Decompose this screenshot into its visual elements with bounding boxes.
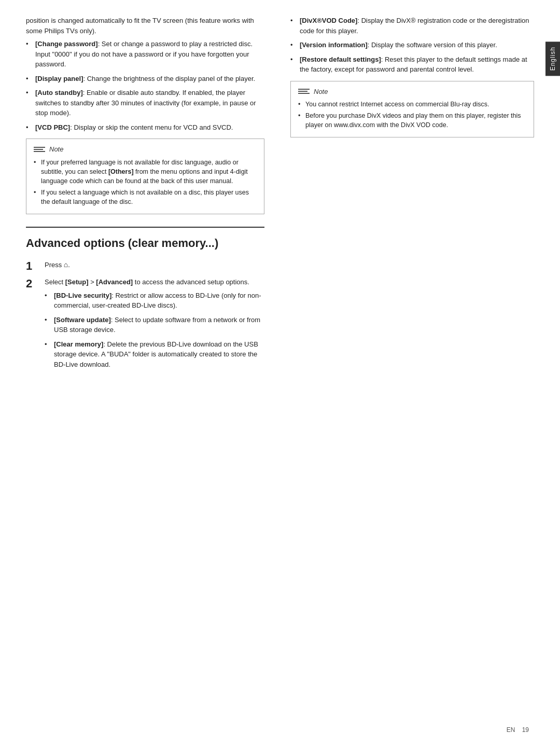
bullet-bold-2: [Auto standby]	[35, 89, 83, 96]
right-column: [DivX®VOD Code]: Display the DivX® regis…	[280, 16, 534, 726]
note-list-item: Before you purchase DivX videos and play…	[298, 111, 526, 130]
bullet-bold-0: [Change password]	[35, 40, 98, 48]
note-label-right: Note	[314, 87, 328, 97]
sub-bold-0: [BD-Live security]	[54, 292, 111, 299]
list-item: [Version information]: Display the softw…	[290, 40, 534, 50]
bullet-bold-3: [VCD PBC]	[35, 123, 70, 131]
note-list-item: You cannot restrict Internet access on c…	[298, 100, 526, 109]
list-item: [Auto standby]: Enable or disable auto s…	[26, 88, 264, 118]
bullet-text-3: : Display or skip the content menu for V…	[70, 123, 233, 131]
list-item: [DivX®VOD Code]: Display the DivX® regis…	[290, 16, 534, 36]
note-icon-right	[298, 89, 310, 94]
note-list-item: If your preferred language is not availa…	[34, 158, 257, 186]
sub-list-item: [Clear memory]: Delete the previous BD-L…	[45, 339, 264, 370]
list-item: [Restore default settings]: Reset this p…	[290, 54, 534, 75]
sub-bold-1: [Software update]	[54, 316, 111, 324]
bullet-text-1: : Change the brightness of the display p…	[83, 75, 255, 82]
sub-list-item: [Software update]: Select to update soft…	[45, 315, 264, 335]
note-icon-line3	[298, 93, 310, 94]
note-box-right: Note You cannot restrict Internet access…	[290, 81, 534, 138]
note-icon-line3	[34, 151, 45, 152]
left-column: position is changed automatically to fit…	[26, 16, 280, 726]
steps-list: 1 Press ⌂. 2 Select [Setup] > [Advanced]…	[26, 259, 264, 374]
section-title: Advanced options (clear memory...)	[26, 236, 264, 251]
note-icon-left	[34, 147, 45, 152]
list-item: [Change password]: Set or change a passw…	[26, 39, 264, 70]
right-bullet-list: [DivX®VOD Code]: Display the DivX® regis…	[290, 16, 534, 75]
list-item: [VCD PBC]: Display or skip the content m…	[26, 122, 264, 133]
step-1-content: Press ⌂.	[45, 259, 264, 270]
step-num-1: 1	[26, 259, 45, 273]
step-1-text: Press	[45, 261, 62, 269]
side-tab-english: English	[545, 42, 560, 76]
step-2-content: Select [Setup] > [Advanced] to access th…	[45, 277, 264, 374]
step-1: 1 Press ⌂.	[26, 259, 264, 273]
bullet-bold-1: [Display panel]	[35, 75, 83, 82]
page-footer: EN 19	[507, 725, 529, 735]
note-header-right: Note	[298, 87, 526, 97]
list-item: [Display panel]: Change the brightness o…	[26, 74, 264, 84]
side-tab-label: English	[548, 47, 557, 71]
page: English position is changed automaticall…	[0, 0, 560, 747]
page-num: 19	[522, 726, 529, 734]
sub-list-item: [BD-Live security]: Restrict or allow ac…	[45, 290, 264, 311]
note-icon-line1	[298, 89, 310, 90]
step-num-2: 2	[26, 277, 45, 290]
step-2: 2 Select [Setup] > [Advanced] to access …	[26, 277, 264, 374]
content-area: position is changed automatically to fit…	[0, 0, 560, 747]
note-icon-line1	[34, 147, 45, 148]
right-bullet-bold-2: [Restore default settings]	[300, 56, 381, 63]
note-box-left: Note If your preferred language is not a…	[26, 139, 264, 214]
note-list-left: If your preferred language is not availa…	[34, 158, 257, 207]
note-icon-line2	[298, 91, 307, 92]
note-list-right: You cannot restrict Internet access on c…	[298, 100, 526, 130]
step-2-sub-list: [BD-Live security]: Restrict or allow ac…	[45, 290, 264, 370]
note-list-item: If you select a language which is not av…	[34, 188, 257, 206]
page-label: EN	[507, 726, 515, 734]
right-bullet-text-1: : Display the software version of this p…	[368, 41, 497, 49]
note-label-left: Note	[49, 144, 63, 155]
intro-paragraph: position is changed automatically to fit…	[26, 16, 264, 36]
home-icon: ⌂	[64, 259, 68, 270]
section-divider	[26, 227, 264, 228]
right-bullet-bold-0: [DivX®VOD Code]	[300, 17, 357, 24]
note-header-left: Note	[34, 144, 257, 155]
top-bullet-list: [Change password]: Set or change a passw…	[26, 39, 264, 132]
right-bullet-bold-1: [Version information]	[300, 41, 368, 49]
sub-bold-2: [Clear memory]	[54, 340, 103, 348]
note-icon-line2	[34, 149, 43, 150]
